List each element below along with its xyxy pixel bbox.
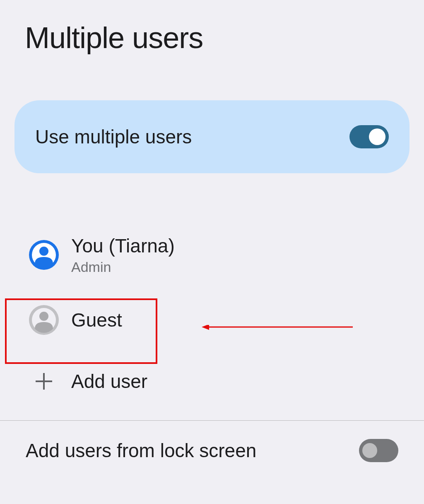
- user-info-guest: Guest: [71, 309, 122, 331]
- use-multiple-users-switch[interactable]: [349, 125, 389, 148]
- use-multiple-users-toggle-card[interactable]: Use multiple users: [14, 100, 410, 173]
- svg-point-5: [39, 312, 48, 321]
- person-icon: [29, 305, 59, 335]
- avatar-guest: [29, 305, 59, 335]
- add-users-lock-screen-row[interactable]: Add users from lock screen: [0, 421, 424, 480]
- add-users-lock-screen-switch[interactable]: [359, 439, 398, 462]
- plus-icon: [29, 366, 59, 396]
- add-users-lock-screen-label: Add users from lock screen: [26, 439, 256, 462]
- add-user-row[interactable]: Add user: [0, 353, 424, 408]
- owner-name: You (Tiarna): [71, 235, 175, 257]
- user-row-owner[interactable]: You (Tiarna) Admin: [0, 223, 424, 287]
- user-info-owner: You (Tiarna) Admin: [71, 235, 175, 275]
- person-icon: [29, 240, 59, 270]
- plus-icon-svg: [35, 372, 53, 390]
- svg-point-2: [39, 247, 48, 256]
- guest-name: Guest: [71, 309, 122, 331]
- use-multiple-users-label: Use multiple users: [35, 126, 192, 148]
- user-row-guest[interactable]: Guest: [0, 287, 424, 353]
- switch-thumb: [362, 443, 377, 458]
- page-title: Multiple users: [0, 0, 424, 55]
- switch-thumb: [369, 128, 385, 145]
- add-user-label: Add user: [71, 370, 147, 393]
- owner-subtitle: Admin: [71, 259, 175, 275]
- avatar-owner: [29, 240, 59, 270]
- user-list: You (Tiarna) Admin Guest: [0, 223, 424, 408]
